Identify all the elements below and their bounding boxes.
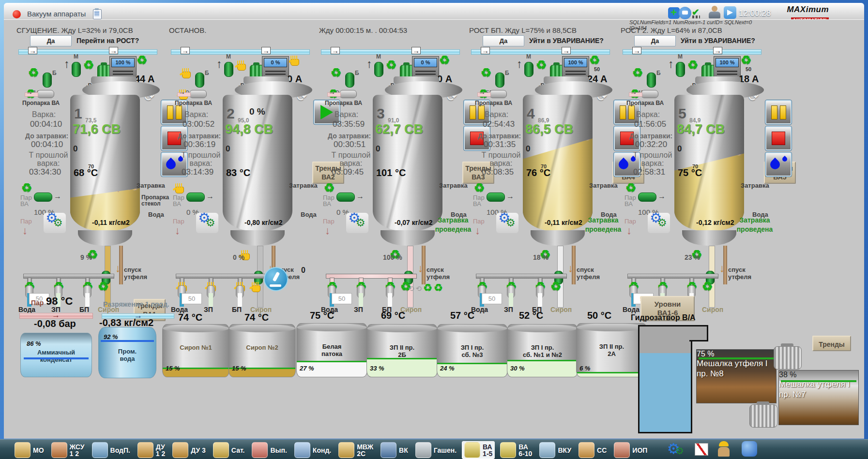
- mode-icon[interactable]: [98, 281, 109, 292]
- settings-gears-icon[interactable]: [496, 213, 518, 233]
- steam-down-arrow-icon: ↓: [175, 224, 180, 237]
- mode-icon[interactable]: [252, 285, 260, 292]
- steam-va-valve[interactable]: [487, 192, 505, 202]
- settings-gears-icon[interactable]: [346, 213, 368, 233]
- taskbar-item[interactable]: ВКУ: [537, 442, 573, 459]
- confirm-yes-button[interactable]: Да: [634, 35, 676, 46]
- steam-va-valve[interactable]: [336, 192, 355, 202]
- valve-m[interactable]: [374, 62, 383, 77]
- valve-b[interactable]: [647, 73, 656, 88]
- mode-icon[interactable]: [237, 64, 246, 71]
- valve-b[interactable]: [345, 73, 354, 88]
- tray-worker-icon[interactable]: [714, 440, 733, 458]
- steam-va-valve[interactable]: [186, 192, 205, 202]
- mode-icon[interactable]: [632, 67, 644, 78]
- mode-icon[interactable]: [83, 59, 95, 71]
- valve-b[interactable]: [495, 73, 504, 88]
- water-setpoint-input[interactable]: [482, 293, 502, 304]
- mode-icon[interactable]: [625, 182, 637, 193]
- proparka-valve[interactable]: [489, 90, 507, 98]
- microscope-icon[interactable]: [264, 267, 288, 291]
- mode-icon[interactable]: [386, 59, 397, 71]
- taskbar-item[interactable]: Сат.: [211, 442, 247, 459]
- mode-icon[interactable]: [481, 67, 492, 78]
- water-dose-button[interactable]: [765, 152, 792, 177]
- taskbar-item[interactable]: СС: [577, 442, 609, 459]
- proparka-valve[interactable]: [37, 90, 54, 98]
- taskbar-item-icon: [252, 442, 268, 458]
- taskbar-item[interactable]: ЖСУ 1 2: [49, 442, 87, 459]
- mode-icon[interactable]: [439, 54, 451, 66]
- chat-icon[interactable]: [679, 7, 691, 19]
- mode-icon[interactable]: [324, 182, 335, 193]
- valve-m[interactable]: [224, 62, 233, 77]
- valve-m[interactable]: [524, 62, 533, 77]
- steam-va-valve[interactable]: [34, 192, 52, 202]
- taskbar-item[interactable]: ВодП.: [90, 442, 132, 459]
- taskbar-item-label: ВА 6-10: [518, 444, 532, 457]
- tray-gear-icon[interactable]: ⚙: [667, 440, 680, 457]
- taskbar-items: МО ЖСУ 1 2 ВодП. ДУ 1 2 ДУ 3: [13, 441, 649, 459]
- steam-va-valve[interactable]: [638, 192, 656, 202]
- taskbar-item[interactable]: ДУ 1 2: [136, 442, 167, 459]
- flow-arrow-icon: →: [181, 47, 190, 54]
- mode-icon[interactable]: [741, 54, 752, 66]
- mode-icon[interactable]: [550, 281, 562, 292]
- taskbar-item[interactable]: ВА 6-10: [498, 442, 534, 459]
- taskbar-item[interactable]: ДУ 3: [170, 442, 208, 459]
- taskbar-item[interactable]: ВА 1-5: [462, 441, 495, 459]
- proparka-valve[interactable]: [641, 90, 658, 98]
- mode-icon[interactable]: [702, 281, 714, 292]
- taskbar-item[interactable]: МВЖ 2С: [336, 442, 375, 459]
- valve-m[interactable]: [72, 62, 81, 77]
- mode-icon[interactable]: [137, 54, 148, 66]
- settings-gears-icon[interactable]: [648, 213, 670, 233]
- water-setpoint-input[interactable]: [332, 293, 352, 304]
- aux-zero-value: 0: [226, 144, 230, 154]
- proparka-valve[interactable]: [189, 90, 207, 98]
- mode-icon[interactable]: [182, 72, 191, 78]
- tray-app-icon[interactable]: [742, 441, 757, 457]
- network-check-icon[interactable]: [691, 8, 702, 18]
- pause-button[interactable]: [765, 100, 792, 125]
- mode-icon[interactable]: [175, 187, 184, 193]
- tray-chart-icon[interactable]: [695, 443, 708, 456]
- water-setpoint-input[interactable]: [182, 293, 202, 304]
- zp-pipe-label: ЗП: [354, 306, 363, 313]
- tank-fill: [229, 368, 295, 377]
- mode-icon[interactable]: [474, 182, 486, 193]
- tank-fill: [297, 361, 367, 377]
- taskbar-item[interactable]: ВК: [379, 442, 410, 459]
- stop-button[interactable]: [765, 126, 792, 151]
- mode-icon[interactable]: [331, 67, 342, 78]
- telegram-icon[interactable]: [724, 6, 736, 19]
- taskbar-item[interactable]: ИОП: [612, 442, 649, 459]
- add-icon[interactable]: +: [668, 7, 680, 19]
- trends-all-button[interactable]: Тренды: [812, 336, 851, 351]
- settings-gears-icon[interactable]: [44, 213, 66, 233]
- proparka-valve[interactable]: [339, 90, 357, 98]
- manifold-pipe: [476, 274, 567, 279]
- settings-gears-icon[interactable]: [196, 213, 218, 233]
- confirm-yes-button[interactable]: Да: [30, 35, 72, 46]
- mode-icon[interactable]: [687, 59, 699, 71]
- taskbar-item[interactable]: Конд.: [292, 442, 333, 459]
- confirm-yes-button[interactable]: Да: [483, 35, 524, 46]
- mode-icon[interactable]: [21, 182, 33, 193]
- taskbar-item[interactable]: Гашен.: [413, 442, 458, 459]
- bp-pipe-label: БП: [382, 306, 392, 313]
- clipboard-icon[interactable]: [93, 9, 102, 19]
- mode-icon[interactable]: [589, 54, 601, 66]
- valve-m[interactable]: [676, 62, 685, 77]
- mode-icon[interactable]: [290, 59, 299, 66]
- taskbar-item[interactable]: Вып.: [250, 442, 289, 459]
- engineer-icon[interactable]: [707, 5, 722, 20]
- discharge-label: спуск утфеля: [577, 266, 600, 281]
- tank-name: Сироп №1: [163, 344, 229, 351]
- mixer-name: Мешалка утфеля I пр. №8: [697, 358, 776, 379]
- mode-icon[interactable]: [28, 67, 40, 78]
- valve-b[interactable]: [195, 73, 204, 88]
- mode-icon[interactable]: [536, 59, 548, 71]
- valve-b[interactable]: [43, 73, 52, 88]
- taskbar-item[interactable]: МО: [13, 442, 46, 459]
